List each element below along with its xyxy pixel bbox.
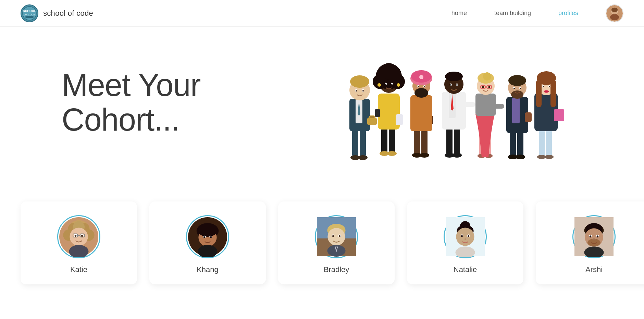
nav-link-profiles[interactable]: profiles bbox=[558, 10, 578, 17]
avatar-bradley bbox=[317, 216, 356, 257]
svg-point-146 bbox=[327, 228, 345, 245]
avatar-arshi bbox=[574, 216, 614, 257]
svg-rect-30 bbox=[396, 114, 403, 125]
svg-point-86 bbox=[488, 86, 490, 88]
svg-rect-78 bbox=[493, 104, 504, 109]
svg-rect-10 bbox=[352, 130, 358, 157]
svg-rect-49 bbox=[410, 95, 432, 131]
svg-rect-31 bbox=[375, 109, 380, 117]
avatar-wrapper-natalie bbox=[444, 215, 487, 258]
brand[interactable]: SCHOOL OF CODE school of code bbox=[21, 4, 93, 22]
avatar-wrapper-bradley bbox=[315, 215, 358, 258]
brand-name: school of code bbox=[43, 9, 93, 18]
svg-point-39 bbox=[385, 84, 386, 85]
svg-point-57 bbox=[418, 86, 419, 87]
svg-text:SCHOOL: SCHOOL bbox=[23, 9, 36, 13]
svg-rect-43 bbox=[414, 130, 420, 155]
svg-rect-18 bbox=[369, 116, 375, 119]
svg-point-96 bbox=[511, 90, 523, 99]
svg-point-36 bbox=[381, 63, 397, 79]
svg-point-9 bbox=[611, 8, 618, 12]
svg-point-136 bbox=[198, 224, 218, 237]
profile-card-arshi[interactable]: Arshi bbox=[536, 201, 644, 284]
svg-point-58 bbox=[424, 86, 425, 87]
avatar-katie bbox=[59, 216, 98, 257]
svg-point-139 bbox=[203, 236, 206, 238]
svg-rect-88 bbox=[517, 131, 523, 157]
svg-rect-101 bbox=[539, 130, 545, 157]
brand-logo-icon: SCHOOL OF CODE bbox=[21, 4, 38, 22]
svg-point-128 bbox=[81, 235, 83, 237]
profile-card-natalie[interactable]: Natalie bbox=[407, 201, 523, 284]
avatar-khang bbox=[188, 216, 227, 257]
profile-name-arshi: Arshi bbox=[585, 265, 603, 274]
svg-point-24 bbox=[362, 90, 364, 92]
svg-rect-25 bbox=[381, 128, 387, 154]
svg-point-174 bbox=[597, 235, 599, 237]
user-avatar[interactable] bbox=[606, 4, 623, 22]
svg-point-173 bbox=[590, 235, 592, 237]
svg-rect-109 bbox=[536, 80, 542, 107]
profile-card-khang[interactable]: Khang bbox=[149, 201, 266, 284]
svg-text:OF CODE: OF CODE bbox=[24, 13, 35, 16]
svg-point-163 bbox=[465, 238, 466, 240]
nav-link-home[interactable]: home bbox=[451, 10, 467, 17]
svg-point-7 bbox=[610, 14, 619, 20]
svg-point-114 bbox=[549, 86, 550, 87]
svg-point-104 bbox=[545, 155, 554, 159]
svg-point-132 bbox=[69, 245, 89, 257]
svg-rect-92 bbox=[512, 98, 520, 123]
avatar-natalie bbox=[446, 216, 485, 257]
svg-point-72 bbox=[456, 84, 458, 86]
profile-name-katie: Katie bbox=[70, 265, 87, 274]
profile-name-bradley: Bradley bbox=[324, 265, 349, 274]
avatar-wrapper-katie bbox=[57, 215, 100, 258]
profile-name-khang: Khang bbox=[197, 265, 219, 274]
svg-rect-26 bbox=[389, 128, 395, 154]
profile-card-katie[interactable]: Katie bbox=[21, 201, 137, 284]
svg-rect-110 bbox=[550, 80, 556, 107]
avatar-wrapper-khang bbox=[186, 215, 229, 258]
svg-point-99 bbox=[513, 88, 515, 89]
svg-point-13 bbox=[358, 155, 368, 160]
svg-point-90 bbox=[516, 155, 525, 159]
svg-point-51 bbox=[414, 88, 428, 98]
svg-rect-44 bbox=[421, 130, 428, 155]
navbar: SCHOOL OF CODE school of code home team … bbox=[0, 0, 644, 27]
svg-point-141 bbox=[198, 245, 218, 257]
svg-point-149 bbox=[332, 235, 334, 237]
svg-point-71 bbox=[450, 84, 451, 86]
nav-links: home team building profiles bbox=[451, 4, 623, 22]
avatar-wrapper-arshi bbox=[572, 215, 616, 258]
svg-point-150 bbox=[339, 235, 340, 237]
svg-point-100 bbox=[520, 88, 521, 89]
nav-link-team-building[interactable]: team building bbox=[494, 10, 531, 17]
svg-rect-60 bbox=[454, 128, 460, 155]
svg-point-85 bbox=[482, 86, 484, 88]
svg-point-46 bbox=[420, 153, 429, 158]
svg-point-95 bbox=[508, 75, 526, 86]
svg-point-20 bbox=[350, 75, 369, 88]
svg-point-81 bbox=[483, 72, 491, 81]
svg-point-42 bbox=[397, 83, 400, 87]
svg-rect-102 bbox=[546, 130, 552, 157]
user-avatar-image bbox=[606, 5, 623, 22]
svg-point-68 bbox=[445, 72, 463, 81]
svg-rect-66 bbox=[463, 102, 475, 107]
cohort-illustration-icon bbox=[332, 54, 572, 164]
hero-text: Meet Your Cohort... bbox=[62, 54, 322, 137]
svg-rect-87 bbox=[510, 131, 516, 157]
profiles-section: Katie Kha bbox=[0, 191, 644, 298]
svg-rect-77 bbox=[475, 94, 496, 116]
hero-section: Meet Your Cohort... bbox=[0, 27, 644, 191]
svg-rect-4 bbox=[25, 16, 34, 18]
svg-point-62 bbox=[452, 153, 462, 158]
svg-rect-59 bbox=[446, 128, 453, 155]
profile-card-bradley[interactable]: Bradley bbox=[278, 201, 395, 284]
svg-point-28 bbox=[387, 151, 397, 156]
hero-illustration bbox=[322, 54, 582, 171]
svg-point-41 bbox=[377, 83, 381, 87]
svg-point-54 bbox=[419, 75, 423, 79]
svg-point-40 bbox=[391, 84, 393, 85]
hero-title: Meet Your Cohort... bbox=[62, 68, 322, 137]
